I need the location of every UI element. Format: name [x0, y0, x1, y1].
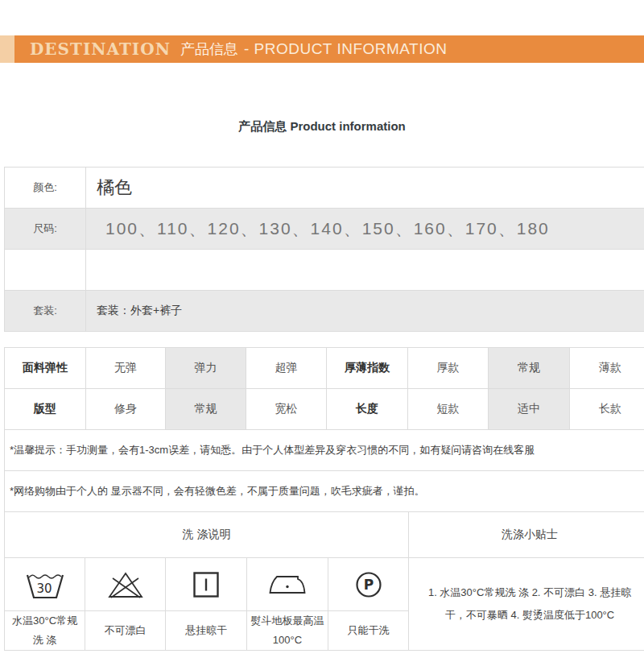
wash-label-hang-dry: 悬挂晾干	[166, 611, 247, 651]
attr-header-fit: 版型	[5, 389, 86, 430]
info-value-size: 100、110、120、130、140、150、160、170、180	[86, 209, 644, 250]
attr-cell: 修身	[86, 389, 166, 430]
wash-tips-text: 1. 水温30°C常规洗 涤 2. 不可漂白 3. 悬挂晾干，不可暴晒 4. 熨…	[409, 558, 644, 651]
attr-cell: 无弹	[86, 348, 166, 389]
wash-label-iron: 熨斗地板最高温 100°C	[247, 611, 328, 651]
attr-cell: 薄款	[570, 348, 644, 389]
info-value-color: 橘色	[86, 168, 644, 209]
info-label-size: 尺码:	[5, 209, 86, 250]
wash-header-left: 洗 涤说明	[5, 512, 409, 558]
wash-label-dry-clean: 只能干洗	[328, 611, 409, 651]
attr-header-thickness: 厚薄指数	[327, 348, 408, 389]
table-row: *温馨提示：手功测量，会有1-3cm误差，请知悉。由于个人体型差异及穿衣习惯的不…	[5, 430, 644, 471]
iron-low-icon	[247, 573, 328, 596]
attr-header-length: 长度	[327, 389, 408, 430]
table-row: 30	[5, 558, 644, 611]
hang-dry-icon	[166, 571, 246, 598]
attr-cell: 厚款	[408, 348, 489, 389]
table-row: 尺码: 100、110、120、130、140、150、160、170、180	[5, 209, 644, 250]
attr-cell: 宽松	[246, 389, 327, 430]
banner-title-cn: 产品信息	[180, 39, 238, 59]
dry-clean-p-icon: P	[328, 571, 408, 598]
attribute-table: 面料弹性 无弹 弹力 超弹 厚薄指数 厚款 常规 薄款 版型 修身 常规 宽松 …	[4, 347, 644, 430]
wash-label-no-bleach: 不可漂白	[85, 611, 166, 651]
wash-header-right: 洗涤小贴士	[409, 512, 644, 558]
attr-header-elasticity: 面料弹性	[5, 348, 86, 389]
notes-table: *温馨提示：手功测量，会有1-3cm误差，请知悉。由于个人体型差异及穿衣习惯的不…	[4, 429, 644, 512]
table-row: *网络购物由于个人的 显示器不同，会有轻微色差，不属于质量问题，吹毛求疵者，谨拍…	[5, 471, 644, 512]
wash-icon-cell	[166, 558, 247, 611]
banner-title-en: - PRODUCT INFORMATION	[244, 40, 448, 58]
page-title: 产品信息 Product information	[0, 118, 644, 134]
wash-icon-cell: P	[328, 558, 409, 611]
table-row: 套装: 套装：外套+裤子	[5, 291, 644, 332]
info-value-empty	[86, 250, 644, 291]
attr-cell: 长款	[570, 389, 644, 430]
attr-cell-selected: 常规	[166, 389, 246, 430]
attr-cell: 超弹	[246, 348, 327, 389]
wash-temp-number: 30	[36, 581, 52, 596]
banner-accent-block	[0, 35, 14, 63]
product-info-table: 颜色: 橘色 尺码: 100、110、120、130、140、150、160、1…	[4, 167, 644, 332]
attr-cell-selected: 常规	[489, 348, 570, 389]
table-row: 版型 修身 常规 宽松 长度 短款 适中 长款	[5, 389, 644, 430]
table-row	[5, 250, 644, 291]
no-bleach-icon	[85, 570, 165, 599]
note-measure-tip: *温馨提示：手功测量，会有1-3cm误差，请知悉。由于个人体型差异及穿衣习惯的不…	[5, 430, 644, 471]
info-value-set: 套装：外套+裤子	[86, 291, 644, 332]
brand-logo-text: DESTINATION	[30, 39, 171, 59]
attr-cell: 短款	[408, 389, 489, 430]
wash-30-icon: 30	[5, 569, 85, 600]
table-row: 洗 涤说明 洗涤小贴士	[5, 512, 644, 558]
table-row: 颜色: 橘色	[5, 168, 644, 209]
table-row: 面料弹性 无弹 弹力 超弹 厚薄指数 厚款 常规 薄款	[5, 348, 644, 389]
wash-care-table: 洗 涤说明 洗涤小贴士 30	[4, 511, 644, 651]
wash-icon-cell	[247, 558, 328, 611]
wash-label-temp: 水温30°C常规 洗 涤	[5, 611, 85, 651]
dry-clean-letter: P	[363, 577, 373, 593]
product-info-banner: DESTINATION 产品信息 - PRODUCT INFORMATION	[0, 35, 644, 63]
wash-icon-cell: 30	[5, 558, 85, 611]
note-color-tip: *网络购物由于个人的 显示器不同，会有轻微色差，不属于质量问题，吹毛求疵者，谨拍…	[5, 471, 644, 512]
info-label-color: 颜色:	[5, 168, 86, 209]
info-label-empty	[5, 250, 86, 291]
info-label-set: 套装:	[5, 291, 86, 332]
wash-icon-cell	[85, 558, 166, 611]
attr-cell-selected: 弹力	[166, 348, 246, 389]
attr-cell-selected: 适中	[489, 389, 570, 430]
